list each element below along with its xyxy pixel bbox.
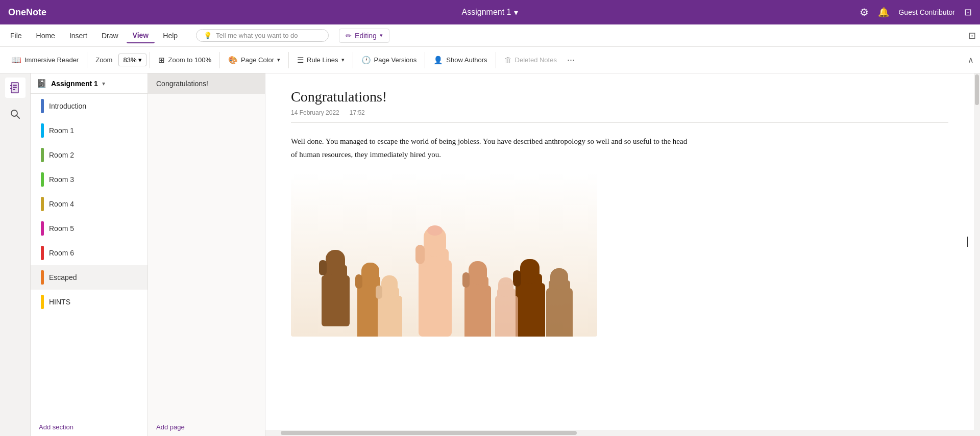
vertical-scrollbar[interactable] xyxy=(974,73,980,436)
page-color-button[interactable]: 🎨 Page Color ▾ xyxy=(223,53,285,68)
separator-7 xyxy=(496,52,496,68)
section-room5[interactable]: Room 5 xyxy=(31,216,148,241)
user-name[interactable]: Guest Contributor xyxy=(898,8,955,16)
section-color-escaped xyxy=(41,270,44,285)
show-authors-icon: 👤 xyxy=(433,56,443,65)
section-hints[interactable]: HINTS xyxy=(31,290,148,314)
show-authors-button[interactable]: 👤 Show Authors xyxy=(428,53,492,68)
sections-panel xyxy=(0,73,31,436)
rule-lines-label: Rule Lines xyxy=(307,56,338,64)
add-section-button[interactable]: Add section xyxy=(31,418,148,436)
window-icon[interactable]: ⊡ xyxy=(964,7,972,18)
svg-rect-20 xyxy=(415,245,425,264)
toolbar-more-button[interactable]: ··· xyxy=(567,55,575,65)
editing-label: Editing xyxy=(355,32,377,40)
section-introduction[interactable]: Introduction xyxy=(31,94,148,118)
page-versions-label: Page Versions xyxy=(374,56,417,64)
deleted-notes-label: Deleted Notes xyxy=(515,56,557,64)
section-room1[interactable]: Room 1 xyxy=(31,118,148,143)
svg-point-21 xyxy=(427,225,443,236)
section-label-introduction: Introduction xyxy=(49,102,86,110)
zoom-value-box[interactable]: 83% ▾ xyxy=(118,54,146,66)
ribbon-collapse[interactable]: ∧ xyxy=(968,55,974,65)
add-section-label: Add section xyxy=(39,423,74,431)
zoom-to-100-button[interactable]: ⊞ Zoom to 100% xyxy=(153,53,216,68)
svg-rect-39 xyxy=(550,268,568,290)
vscroll-thumb[interactable] xyxy=(975,74,979,105)
svg-rect-32 xyxy=(381,275,398,296)
svg-rect-24 xyxy=(469,261,487,285)
zoom-label-text: Zoom xyxy=(95,56,112,64)
deleted-notes-icon: 🗑 xyxy=(504,56,512,64)
svg-rect-26 xyxy=(516,283,545,337)
menu-insert[interactable]: Insert xyxy=(63,29,93,43)
more-options-icon: ··· xyxy=(567,55,575,65)
page-body: Well done. You managed to escape the wor… xyxy=(291,135,689,161)
svg-rect-2 xyxy=(13,85,17,86)
separator-5 xyxy=(353,52,353,68)
page-color-icon: 🎨 xyxy=(228,56,238,65)
svg-rect-5 xyxy=(10,85,12,86)
share-icon[interactable]: ⊡ xyxy=(968,30,976,41)
menu-file[interactable]: File xyxy=(4,29,28,43)
svg-rect-28 xyxy=(520,259,540,284)
bell-icon[interactable]: 🔔 xyxy=(878,7,889,18)
page-date: 14 February 2022 xyxy=(291,109,339,116)
page-color-label: Page Color xyxy=(241,56,274,64)
search-placeholder-text: Tell me what you want to do xyxy=(216,32,298,39)
section-color-room1 xyxy=(41,123,44,138)
menubar: File Home Insert Draw View Help 💡 Tell m… xyxy=(0,24,980,47)
notebook-nav-icon[interactable] xyxy=(5,78,26,98)
notebook-title-text: Assignment 1 xyxy=(462,8,511,17)
menu-draw[interactable]: Draw xyxy=(95,29,125,43)
immersive-reader-icon: 📖 xyxy=(11,55,21,65)
rule-lines-dropdown: ▾ xyxy=(341,57,345,63)
titlebar: OneNote Assignment 1 ▾ ⚙ 🔔 Guest Contrib… xyxy=(0,0,980,24)
section-room2[interactable]: Room 2 xyxy=(31,143,148,167)
subpage-congratulations[interactable]: Congratulations! xyxy=(148,73,265,94)
search-nav-icon[interactable] xyxy=(5,104,26,124)
section-room4[interactable]: Room 4 xyxy=(31,192,148,216)
section-room6[interactable]: Room 6 xyxy=(31,241,148,265)
section-label-room5: Room 5 xyxy=(49,224,74,233)
notebook-title-center[interactable]: Assignment 1 ▾ xyxy=(462,8,519,17)
settings-icon[interactable]: ⚙ xyxy=(860,6,869,18)
page-title: Congratulations! xyxy=(291,89,948,105)
search-bar[interactable]: 💡 Tell me what you want to do xyxy=(196,29,329,42)
svg-rect-4 xyxy=(13,89,15,90)
deleted-notes-button[interactable]: 🗑 Deleted Notes xyxy=(499,53,562,67)
section-color-introduction xyxy=(41,99,44,113)
rule-lines-button[interactable]: ☰ Rule Lines ▾ xyxy=(292,53,349,68)
svg-rect-11 xyxy=(326,250,345,275)
menu-view[interactable]: View xyxy=(127,28,155,43)
thumbs-image xyxy=(291,173,597,337)
section-room3[interactable]: Room 3 xyxy=(31,167,148,192)
menu-home[interactable]: Home xyxy=(30,29,61,43)
page-versions-button[interactable]: 🕐 Page Versions xyxy=(356,53,422,68)
notebook-folder-icon: 📓 xyxy=(37,79,47,88)
section-escaped[interactable]: Escaped xyxy=(31,265,148,290)
thumbs-svg xyxy=(296,184,592,337)
section-color-hints xyxy=(41,295,44,309)
menu-help[interactable]: Help xyxy=(157,29,184,43)
notebook-header[interactable]: 📓 Assignment 1 ▾ xyxy=(31,73,148,94)
editing-button[interactable]: ✏ Editing ▾ xyxy=(339,29,389,43)
notebook-dropdown-icon: ▾ xyxy=(514,8,518,17)
svg-rect-37 xyxy=(546,288,573,337)
content-area: Congratulations! 14 February 2022 17:52 … xyxy=(265,73,974,436)
immersive-reader-button[interactable]: 📖 Immersive Reader xyxy=(6,52,84,68)
pages-panel: 📓 Assignment 1 ▾ Introduction Room 1 Roo… xyxy=(31,73,148,436)
svg-rect-22 xyxy=(464,286,491,337)
horizontal-scrollbar[interactable] xyxy=(265,430,974,436)
toolbar: 📖 Immersive Reader Zoom 83% ▾ ⊞ Zoom to … xyxy=(0,47,980,73)
add-page-button[interactable]: Add page xyxy=(148,418,265,436)
subpages-panel: Congratulations! Add page xyxy=(148,73,265,436)
separator-2 xyxy=(150,52,150,68)
collapse-ribbon-icon: ∧ xyxy=(968,55,974,65)
zoom-to-100-icon: ⊞ xyxy=(158,56,165,65)
section-label-hints: HINTS xyxy=(49,298,70,306)
page-versions-icon: 🕐 xyxy=(361,56,371,65)
svg-rect-9 xyxy=(322,275,350,326)
zoom-control[interactable]: Zoom xyxy=(90,53,117,67)
hscroll-thumb[interactable] xyxy=(281,431,577,435)
